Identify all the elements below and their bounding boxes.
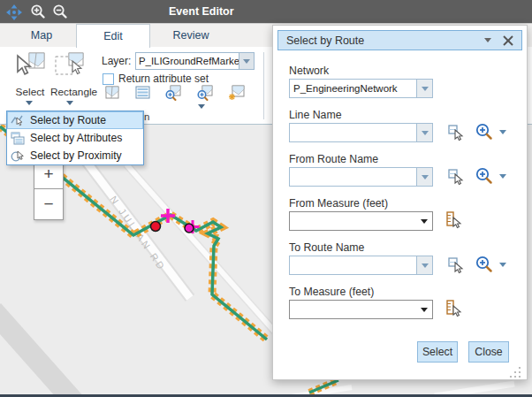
layer-combobox[interactable]: P_ILIGroundRefMarkers [135, 52, 255, 70]
to-measure-value [290, 301, 416, 318]
map-zoom-control: + − [34, 158, 64, 220]
from-route-zoom-search-icon[interactable] [475, 166, 494, 186]
network-combobox[interactable]: P_EngineeringNetwork [289, 79, 433, 98]
panel-header[interactable]: Select by Route [277, 30, 522, 50]
select-tool-label: Select [11, 86, 49, 98]
pick-to-measure-icon[interactable] [445, 299, 464, 318]
pick-from-measure-icon[interactable] [445, 210, 464, 230]
select-by-route-icon [11, 114, 26, 127]
to-route-name-combobox[interactable] [289, 256, 433, 275]
red-point-marker [151, 222, 161, 232]
zoom-to-selection-icon[interactable] [164, 85, 182, 101]
line-name-combobox[interactable] [289, 123, 433, 142]
line-name-label: Line Name [289, 109, 341, 121]
chevron-down-icon [421, 308, 428, 312]
menu-item-select-by-attributes[interactable]: Select by Attributes [7, 129, 143, 147]
menu-item-label: Select by Proximity [30, 149, 122, 162]
from-route-name-label: From Route Name [289, 153, 378, 165]
from-route-dropdown-button[interactable] [416, 168, 432, 186]
tab-edit[interactable]: Edit [76, 24, 150, 48]
select-button[interactable]: Select [417, 341, 458, 363]
menu-item-select-by-proximity[interactable]: Select by Proximity [7, 147, 143, 164]
menu-item-label: Select by Attributes [30, 132, 122, 144]
panel-title: Select by Route [278, 34, 484, 47]
zoom-in-icon[interactable] [28, 3, 48, 22]
to-route-zoom-search-icon[interactable] [475, 255, 494, 274]
zoom-options-dropdown-icon[interactable] [198, 104, 205, 109]
close-icon[interactable] [502, 34, 514, 47]
select-tool-icon [14, 68, 46, 83]
tab-review[interactable]: Review [157, 24, 224, 47]
line-name-value [290, 124, 416, 141]
layer-label: Layer: [102, 55, 131, 67]
rectangle-tool-button[interactable]: Rectangle [50, 52, 89, 98]
network-dropdown-button[interactable] [416, 80, 432, 97]
chevron-down-icon [422, 131, 429, 135]
zoom-out-icon[interactable] [50, 3, 70, 22]
menu-item-select-by-route[interactable]: Select by Route [7, 111, 143, 129]
chevron-down-icon [422, 175, 429, 179]
panel-collapse-icon[interactable] [484, 38, 491, 42]
select-by-attributes-icon [11, 132, 26, 145]
from-route-name-combobox[interactable] [289, 167, 433, 187]
chevron-down-icon [243, 59, 250, 64]
magenta-point-marker [185, 224, 194, 233]
app-title: Event Editor [169, 0, 234, 24]
network-value: P_EngineeringNetwork [290, 80, 416, 97]
panel-resize-grip[interactable] [508, 365, 522, 383]
select-by-route-panel: Select by Route Network P_EngineeringNet… [272, 25, 528, 380]
line-name-zoom-dropdown-icon[interactable] [499, 130, 506, 134]
chevron-down-icon [421, 219, 428, 224]
select-tool-button[interactable]: Select [11, 52, 49, 98]
network-label: Network [289, 65, 329, 77]
attribute-table-icon[interactable] [134, 85, 152, 101]
layer-dropdown-button[interactable] [239, 53, 254, 69]
to-route-dropdown-button[interactable] [416, 256, 432, 274]
from-measure-value [290, 212, 416, 230]
return-attribute-set-checkbox[interactable] [103, 73, 114, 85]
zoom-to-selection-alt-icon[interactable] [196, 85, 214, 101]
map-zoom-out-button[interactable]: − [34, 189, 64, 220]
from-route-name-value [290, 168, 416, 186]
to-measure-dropdown-button[interactable] [416, 301, 432, 318]
select-features-icon[interactable] [104, 85, 122, 101]
select-tool-dropdown-icon[interactable] [26, 101, 33, 105]
pick-line-on-map-icon[interactable] [446, 123, 466, 142]
pan-icon[interactable] [4, 3, 24, 22]
chevron-down-icon [422, 263, 429, 268]
to-measure-combobox[interactable] [289, 300, 433, 319]
close-button[interactable]: Close [468, 341, 509, 363]
from-measure-dropdown-button[interactable] [416, 212, 432, 230]
line-name-dropdown-button[interactable] [416, 124, 432, 141]
rectangle-tool-label: Rectangle [50, 86, 89, 98]
rectangle-tool-dropdown-icon[interactable] [66, 101, 73, 105]
pick-to-route-on-map-icon[interactable] [446, 256, 466, 275]
from-measure-combobox[interactable] [289, 211, 433, 231]
chevron-down-icon [422, 87, 429, 91]
select-dropdown-menu: Select by Route Select by Attributes [6, 111, 144, 165]
selection-options-icon[interactable] [228, 85, 246, 101]
return-attribute-set-label: Return attribute set [118, 73, 209, 85]
select-by-proximity-icon [11, 149, 26, 163]
to-route-name-label: To Route Name [289, 241, 364, 254]
title-bar: Event Editor [0, 0, 532, 24]
event-editor-window: N JULIAN RD + − [0, 0, 532, 397]
tab-map[interactable]: Map [16, 24, 67, 47]
to-route-zoom-dropdown-icon[interactable] [499, 263, 506, 267]
from-route-zoom-dropdown-icon[interactable] [499, 174, 506, 179]
layer-value: P_ILIGroundRefMarkers [136, 53, 239, 69]
menu-item-label: Select by Route [30, 114, 106, 126]
to-measure-label: To Measure (feet) [289, 286, 374, 298]
from-measure-label: From Measure (feet) [289, 197, 388, 210]
to-route-name-value [290, 256, 416, 274]
line-name-zoom-search-icon[interactable] [475, 122, 494, 141]
ribbon-group-separator [263, 52, 264, 119]
rectangle-tool-icon [54, 68, 86, 83]
pick-from-route-on-map-icon[interactable] [446, 167, 466, 187]
